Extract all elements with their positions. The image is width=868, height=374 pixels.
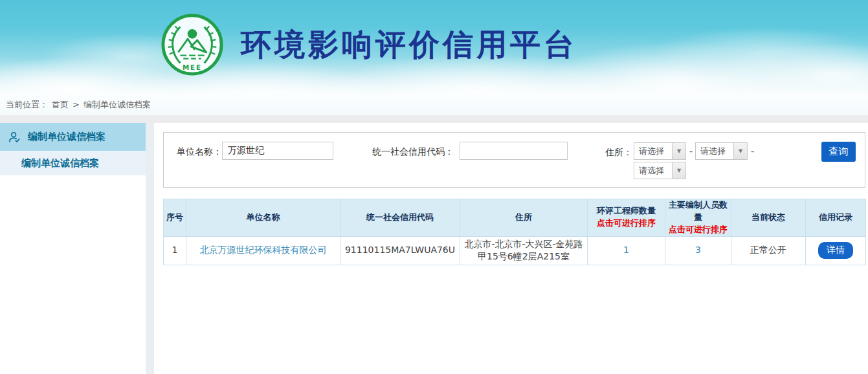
breadcrumb-current: 编制单位诚信档案 <box>83 99 151 111</box>
engineer-count-link[interactable]: 1 <box>623 245 629 255</box>
address-district-value: 请选择 <box>634 162 672 179</box>
row-status: 正常公开 <box>731 236 806 265</box>
main-area: 编制单位诚信档案 编制单位诚信档案 单位名称： 统一社会信用代码： 住所： 请选… <box>0 123 868 374</box>
credit-code-label: 统一社会信用代码： <box>372 146 454 158</box>
site-title: 环境影响评价信用平台 <box>241 13 577 76</box>
company-name-label: 单位名称： <box>177 146 222 158</box>
mee-logo-icon: MEE <box>161 13 224 76</box>
sort-hint: 点击可进行排序 <box>665 224 731 236</box>
breadcrumb-separator: > <box>72 100 80 109</box>
col-company: 单位名称 <box>186 199 340 237</box>
address-separator: - <box>689 146 693 157</box>
sidebar-item-label: 编制单位诚信档案 <box>21 157 99 170</box>
page: MEE 环境影响评价信用平台 当前位置： 首页 > 编制单位诚信档案 编制单位诚… <box>0 0 868 374</box>
col-credit-record: 信用记录 <box>806 199 866 237</box>
address-district-select[interactable]: 请选择 ▼ <box>634 162 686 179</box>
col-engineer-count-sortable[interactable]: 环评工程师数量 点击可进行排序 <box>588 199 665 237</box>
logo-text: MEE <box>183 63 202 71</box>
address-province-select[interactable]: 请选择 ▼ <box>634 142 686 160</box>
credit-code-input[interactable] <box>460 142 568 160</box>
row-address: 北京市-北京市-大兴区-金苑路甲15号6幢2层A215室 <box>460 236 588 265</box>
sidebar-section-credit-archive[interactable]: 编制单位诚信档案 <box>0 123 146 151</box>
site-header: MEE 环境影响评价信用平台 <box>0 0 868 94</box>
breadcrumb: 当前位置： 首页 > 编制单位诚信档案 <box>0 94 868 115</box>
col-status: 当前状态 <box>731 199 806 237</box>
col-address: 住所 <box>460 199 588 237</box>
staff-count-link[interactable]: 3 <box>695 245 701 255</box>
user-check-icon <box>8 131 21 144</box>
col-engineer-count-label: 环评工程师数量 <box>597 206 656 215</box>
row-credit-code: 91110115MA7LWUA76U <box>340 236 460 265</box>
chevron-down-icon[interactable]: ▼ <box>672 162 685 179</box>
detail-button[interactable]: 详情 <box>818 242 853 259</box>
sidebar: 编制单位诚信档案 编制单位诚信档案 <box>0 123 146 374</box>
table-row: 1 北京万源世纪环保科技有限公司 91110115MA7LWUA76U 北京市-… <box>164 236 866 265</box>
search-form: 单位名称： 统一社会信用代码： 住所： 请选择 ▼ - 请选择 ▼ - 请选择 … <box>163 132 865 188</box>
col-index: 序号 <box>164 199 186 237</box>
chevron-down-icon[interactable]: ▼ <box>672 143 685 159</box>
query-button[interactable]: 查询 <box>821 142 856 162</box>
address-label: 住所： <box>605 147 632 159</box>
sort-hint: 点击可进行排序 <box>588 217 665 230</box>
results-table: 序号 单位名称 统一社会信用代码 住所 环评工程师数量 点击可进行排序 主要编制… <box>163 199 866 265</box>
breadcrumb-prefix: 当前位置： <box>6 99 48 111</box>
brand: MEE 环境影响评价信用平台 <box>161 13 577 76</box>
sidebar-section-label: 编制单位诚信档案 <box>28 131 106 143</box>
col-staff-count-sortable[interactable]: 主要编制人员数量 点击可进行排序 <box>665 199 731 237</box>
breadcrumb-home-link[interactable]: 首页 <box>52 99 69 111</box>
company-link[interactable]: 北京万源世纪环保科技有限公司 <box>200 245 327 255</box>
content: 单位名称： 统一社会信用代码： 住所： 请选择 ▼ - 请选择 ▼ - 请选择 … <box>154 123 868 374</box>
sidebar-item-credit-archive[interactable]: 编制单位诚信档案 <box>0 151 146 175</box>
header-divider <box>0 115 868 123</box>
row-index: 1 <box>164 236 186 265</box>
address-city-select[interactable]: 请选择 ▼ <box>695 142 748 160</box>
company-name-input[interactable] <box>222 142 333 160</box>
col-staff-count-label: 主要编制人员数量 <box>669 200 728 222</box>
chevron-down-icon[interactable]: ▼ <box>733 143 747 159</box>
table-header-row: 序号 单位名称 统一社会信用代码 住所 环评工程师数量 点击可进行排序 主要编制… <box>164 199 866 237</box>
col-credit-code: 统一社会信用代码 <box>340 199 460 237</box>
address-city-value: 请选择 <box>696 143 733 159</box>
sidebar-content-divider <box>146 123 154 374</box>
address-province-value: 请选择 <box>634 143 672 159</box>
address-separator: - <box>751 146 754 157</box>
